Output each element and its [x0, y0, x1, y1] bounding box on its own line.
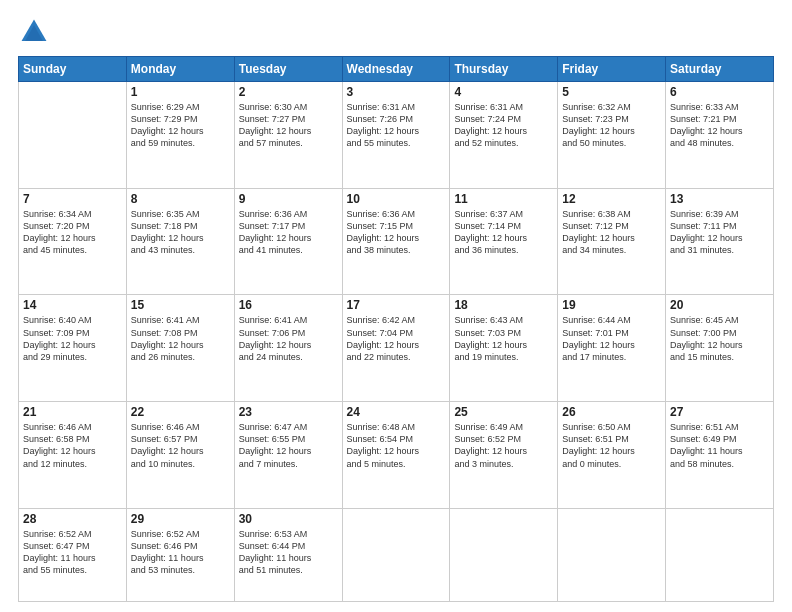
- weekday-header-row: SundayMondayTuesdayWednesdayThursdayFrid…: [19, 57, 774, 82]
- day-number: 18: [454, 298, 553, 312]
- calendar-cell: 19Sunrise: 6:44 AM Sunset: 7:01 PM Dayli…: [558, 295, 666, 402]
- cell-info: Sunrise: 6:43 AM Sunset: 7:03 PM Dayligh…: [454, 314, 553, 363]
- cell-info: Sunrise: 6:39 AM Sunset: 7:11 PM Dayligh…: [670, 208, 769, 257]
- calendar-cell: 21Sunrise: 6:46 AM Sunset: 6:58 PM Dayli…: [19, 402, 127, 509]
- calendar-cell: 3Sunrise: 6:31 AM Sunset: 7:26 PM Daylig…: [342, 82, 450, 189]
- calendar-cell: [450, 508, 558, 601]
- calendar-cell: 9Sunrise: 6:36 AM Sunset: 7:17 PM Daylig…: [234, 188, 342, 295]
- calendar-cell: 14Sunrise: 6:40 AM Sunset: 7:09 PM Dayli…: [19, 295, 127, 402]
- day-number: 11: [454, 192, 553, 206]
- cell-info: Sunrise: 6:31 AM Sunset: 7:24 PM Dayligh…: [454, 101, 553, 150]
- weekday-header: Tuesday: [234, 57, 342, 82]
- cell-info: Sunrise: 6:36 AM Sunset: 7:17 PM Dayligh…: [239, 208, 338, 257]
- calendar-cell: 11Sunrise: 6:37 AM Sunset: 7:14 PM Dayli…: [450, 188, 558, 295]
- day-number: 22: [131, 405, 230, 419]
- cell-info: Sunrise: 6:35 AM Sunset: 7:18 PM Dayligh…: [131, 208, 230, 257]
- calendar-cell: [558, 508, 666, 601]
- calendar-cell: 17Sunrise: 6:42 AM Sunset: 7:04 PM Dayli…: [342, 295, 450, 402]
- day-number: 21: [23, 405, 122, 419]
- calendar-cell: 26Sunrise: 6:50 AM Sunset: 6:51 PM Dayli…: [558, 402, 666, 509]
- calendar-week-row: 1Sunrise: 6:29 AM Sunset: 7:29 PM Daylig…: [19, 82, 774, 189]
- day-number: 17: [347, 298, 446, 312]
- calendar-week-row: 7Sunrise: 6:34 AM Sunset: 7:20 PM Daylig…: [19, 188, 774, 295]
- cell-info: Sunrise: 6:44 AM Sunset: 7:01 PM Dayligh…: [562, 314, 661, 363]
- day-number: 23: [239, 405, 338, 419]
- weekday-header: Monday: [126, 57, 234, 82]
- calendar-cell: 23Sunrise: 6:47 AM Sunset: 6:55 PM Dayli…: [234, 402, 342, 509]
- calendar-cell: 18Sunrise: 6:43 AM Sunset: 7:03 PM Dayli…: [450, 295, 558, 402]
- calendar-cell: [342, 508, 450, 601]
- cell-info: Sunrise: 6:51 AM Sunset: 6:49 PM Dayligh…: [670, 421, 769, 470]
- day-number: 16: [239, 298, 338, 312]
- day-number: 6: [670, 85, 769, 99]
- calendar-cell: 6Sunrise: 6:33 AM Sunset: 7:21 PM Daylig…: [666, 82, 774, 189]
- calendar-cell: 16Sunrise: 6:41 AM Sunset: 7:06 PM Dayli…: [234, 295, 342, 402]
- calendar-cell: 30Sunrise: 6:53 AM Sunset: 6:44 PM Dayli…: [234, 508, 342, 601]
- calendar-cell: 8Sunrise: 6:35 AM Sunset: 7:18 PM Daylig…: [126, 188, 234, 295]
- calendar-cell: 24Sunrise: 6:48 AM Sunset: 6:54 PM Dayli…: [342, 402, 450, 509]
- day-number: 3: [347, 85, 446, 99]
- page: SundayMondayTuesdayWednesdayThursdayFrid…: [0, 0, 792, 612]
- weekday-header: Sunday: [19, 57, 127, 82]
- day-number: 12: [562, 192, 661, 206]
- cell-info: Sunrise: 6:38 AM Sunset: 7:12 PM Dayligh…: [562, 208, 661, 257]
- day-number: 19: [562, 298, 661, 312]
- calendar-cell: 22Sunrise: 6:46 AM Sunset: 6:57 PM Dayli…: [126, 402, 234, 509]
- cell-info: Sunrise: 6:46 AM Sunset: 6:57 PM Dayligh…: [131, 421, 230, 470]
- day-number: 4: [454, 85, 553, 99]
- day-number: 13: [670, 192, 769, 206]
- cell-info: Sunrise: 6:48 AM Sunset: 6:54 PM Dayligh…: [347, 421, 446, 470]
- cell-info: Sunrise: 6:53 AM Sunset: 6:44 PM Dayligh…: [239, 528, 338, 577]
- cell-info: Sunrise: 6:42 AM Sunset: 7:04 PM Dayligh…: [347, 314, 446, 363]
- weekday-header: Friday: [558, 57, 666, 82]
- day-number: 1: [131, 85, 230, 99]
- day-number: 2: [239, 85, 338, 99]
- cell-info: Sunrise: 6:49 AM Sunset: 6:52 PM Dayligh…: [454, 421, 553, 470]
- calendar-cell: [666, 508, 774, 601]
- calendar-cell: 1Sunrise: 6:29 AM Sunset: 7:29 PM Daylig…: [126, 82, 234, 189]
- calendar-cell: 29Sunrise: 6:52 AM Sunset: 6:46 PM Dayli…: [126, 508, 234, 601]
- header: [18, 16, 774, 48]
- calendar-week-row: 21Sunrise: 6:46 AM Sunset: 6:58 PM Dayli…: [19, 402, 774, 509]
- day-number: 14: [23, 298, 122, 312]
- cell-info: Sunrise: 6:47 AM Sunset: 6:55 PM Dayligh…: [239, 421, 338, 470]
- cell-info: Sunrise: 6:40 AM Sunset: 7:09 PM Dayligh…: [23, 314, 122, 363]
- calendar-cell: 27Sunrise: 6:51 AM Sunset: 6:49 PM Dayli…: [666, 402, 774, 509]
- day-number: 24: [347, 405, 446, 419]
- cell-info: Sunrise: 6:46 AM Sunset: 6:58 PM Dayligh…: [23, 421, 122, 470]
- calendar-cell: 5Sunrise: 6:32 AM Sunset: 7:23 PM Daylig…: [558, 82, 666, 189]
- cell-info: Sunrise: 6:34 AM Sunset: 7:20 PM Dayligh…: [23, 208, 122, 257]
- calendar-cell: 2Sunrise: 6:30 AM Sunset: 7:27 PM Daylig…: [234, 82, 342, 189]
- weekday-header: Saturday: [666, 57, 774, 82]
- calendar-cell: 15Sunrise: 6:41 AM Sunset: 7:08 PM Dayli…: [126, 295, 234, 402]
- logo-icon: [18, 16, 50, 48]
- calendar-cell: 12Sunrise: 6:38 AM Sunset: 7:12 PM Dayli…: [558, 188, 666, 295]
- calendar-cell: 13Sunrise: 6:39 AM Sunset: 7:11 PM Dayli…: [666, 188, 774, 295]
- day-number: 29: [131, 512, 230, 526]
- cell-info: Sunrise: 6:30 AM Sunset: 7:27 PM Dayligh…: [239, 101, 338, 150]
- calendar-cell: 7Sunrise: 6:34 AM Sunset: 7:20 PM Daylig…: [19, 188, 127, 295]
- day-number: 10: [347, 192, 446, 206]
- cell-info: Sunrise: 6:33 AM Sunset: 7:21 PM Dayligh…: [670, 101, 769, 150]
- calendar-cell: 4Sunrise: 6:31 AM Sunset: 7:24 PM Daylig…: [450, 82, 558, 189]
- day-number: 28: [23, 512, 122, 526]
- cell-info: Sunrise: 6:37 AM Sunset: 7:14 PM Dayligh…: [454, 208, 553, 257]
- day-number: 15: [131, 298, 230, 312]
- day-number: 5: [562, 85, 661, 99]
- calendar-cell: [19, 82, 127, 189]
- cell-info: Sunrise: 6:50 AM Sunset: 6:51 PM Dayligh…: [562, 421, 661, 470]
- calendar-cell: 25Sunrise: 6:49 AM Sunset: 6:52 PM Dayli…: [450, 402, 558, 509]
- calendar-cell: 28Sunrise: 6:52 AM Sunset: 6:47 PM Dayli…: [19, 508, 127, 601]
- cell-info: Sunrise: 6:32 AM Sunset: 7:23 PM Dayligh…: [562, 101, 661, 150]
- cell-info: Sunrise: 6:41 AM Sunset: 7:06 PM Dayligh…: [239, 314, 338, 363]
- cell-info: Sunrise: 6:29 AM Sunset: 7:29 PM Dayligh…: [131, 101, 230, 150]
- day-number: 26: [562, 405, 661, 419]
- logo: [18, 16, 54, 48]
- cell-info: Sunrise: 6:45 AM Sunset: 7:00 PM Dayligh…: [670, 314, 769, 363]
- day-number: 30: [239, 512, 338, 526]
- cell-info: Sunrise: 6:52 AM Sunset: 6:46 PM Dayligh…: [131, 528, 230, 577]
- calendar-table: SundayMondayTuesdayWednesdayThursdayFrid…: [18, 56, 774, 602]
- day-number: 25: [454, 405, 553, 419]
- cell-info: Sunrise: 6:41 AM Sunset: 7:08 PM Dayligh…: [131, 314, 230, 363]
- calendar-week-row: 14Sunrise: 6:40 AM Sunset: 7:09 PM Dayli…: [19, 295, 774, 402]
